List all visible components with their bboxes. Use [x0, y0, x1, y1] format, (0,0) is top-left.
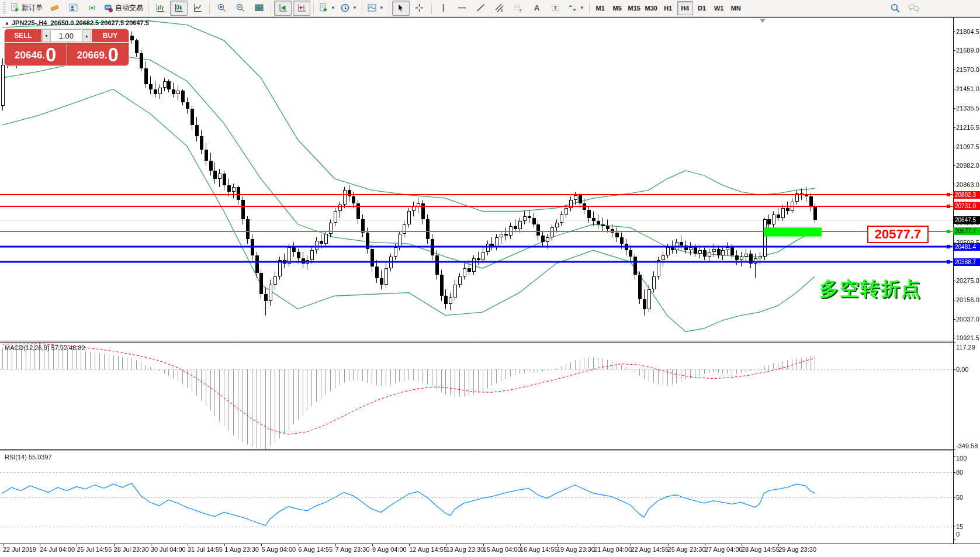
- time-label: 13 Aug 23:30: [446, 546, 484, 553]
- time-label: 25 Jul 14:55: [77, 546, 112, 553]
- price-tick-label: 21451.0: [956, 85, 979, 92]
- sell-price-big-digit: 0: [46, 45, 56, 64]
- time-label: 28 Jul 23:30: [114, 546, 149, 553]
- sell-price-button[interactable]: 20646. 0: [5, 43, 67, 65]
- time-label: 22 Aug 14:55: [631, 546, 669, 553]
- volume-increase-button[interactable]: ▲: [82, 29, 91, 42]
- macd-indicator-label: MACD(12,26,9) 57.92 48.82: [5, 344, 85, 351]
- rsi-tick-label: 80: [956, 469, 963, 476]
- time-label: 27 Aug 04:00: [705, 546, 743, 553]
- line-price-label: 20577.7: [953, 227, 980, 235]
- time-label: 5 Aug 04:00: [261, 546, 296, 553]
- time-label: 15 Aug 04:00: [483, 546, 521, 553]
- line-price-label: 20388.7: [953, 258, 980, 266]
- buy-price-button[interactable]: 20669. 0: [67, 43, 129, 65]
- volume-input[interactable]: 1.00: [51, 29, 82, 42]
- macd-tick-label: -349.58: [956, 442, 978, 449]
- time-label: 22 Jul 2019: [3, 546, 36, 553]
- annotation-text[interactable]: 多空转折点: [819, 276, 922, 302]
- sell-price: 20646.: [15, 47, 45, 64]
- current-price-label: 20647.5: [953, 216, 980, 224]
- time-label: 12 Aug 14:55: [409, 546, 447, 553]
- symbol-period: JPN225-,H4: [12, 19, 47, 26]
- price-tick-label: 20982.0: [956, 162, 979, 169]
- price-tick-label: 20156.0: [956, 296, 979, 303]
- chart-shift-marker[interactable]: [760, 19, 766, 23]
- mt4-window: 新订单自动交易▼▼▼EFAT▼M1M5M15M30H1H4D1W1MN ▲JPN…: [0, 0, 980, 557]
- time-label: 25 Aug 23:30: [668, 546, 706, 553]
- price-tick-label: 19921.5: [956, 334, 979, 341]
- rsi-tick-label: 15: [956, 523, 963, 530]
- volume-decrease-button[interactable]: ▼: [42, 29, 51, 42]
- time-label: 19 Aug 23:30: [557, 546, 595, 553]
- price-tick-label: 20037.0: [956, 316, 979, 323]
- line-price-label: 20731.0: [953, 202, 980, 210]
- line-price-label: 20481.4: [953, 243, 980, 251]
- price-tick-label: 21097.5: [956, 143, 979, 150]
- price-tick-label: 21804.5: [956, 28, 979, 35]
- price-tick-label: 20863.0: [956, 181, 979, 188]
- time-label: 16 Aug 14:55: [520, 546, 558, 553]
- time-label: 24 Jul 04:00: [40, 546, 75, 553]
- buy-button[interactable]: BUY: [92, 29, 129, 42]
- time-label: 9 Aug 04:00: [372, 546, 407, 553]
- line-price-label: 20802.3: [953, 191, 980, 199]
- buy-price-big-digit: 0: [108, 45, 119, 64]
- time-label: 1 Aug 23:30: [224, 546, 259, 553]
- direction-up-icon: ▲: [5, 20, 9, 26]
- time-label: 30 Jul 04:00: [151, 546, 186, 553]
- macd-tick-label: 0.00: [956, 366, 968, 373]
- price-tick-label: 21689.0: [956, 47, 979, 54]
- time-label: 6 Aug 14:55: [299, 546, 333, 553]
- one-click-trade-panel: SELL ▼ 1.00 ▲ BUY 20646. 0 20669. 0: [5, 29, 129, 65]
- macd-tick-label: 117.29: [956, 344, 975, 351]
- price-tick-label: 20275.0: [956, 277, 979, 284]
- buy-price: 20669.: [77, 47, 108, 64]
- price-callout-label[interactable]: 20577.7: [867, 226, 929, 243]
- rsi-indicator-label: RSI(14) 55.0397: [5, 454, 52, 461]
- time-label: 21 Aug 04:00: [594, 546, 632, 553]
- rsi-tick-label: 100: [956, 455, 967, 462]
- time-label: 29 Aug 23:30: [778, 546, 816, 553]
- time-label: 28 Aug 14:55: [742, 546, 780, 553]
- ohlc-values: 20650.0 20682.5 20627.5 20647.5: [51, 19, 149, 26]
- rsi-tick-label: 0: [956, 531, 960, 538]
- price-tick-label: 21570.0: [956, 66, 979, 73]
- chart-title: ▲JPN225-,H4 20650.0 20682.5 20627.5 2064…: [5, 19, 149, 26]
- time-label: 31 Jul 14:55: [188, 546, 223, 553]
- price-tick-label: 21216.5: [956, 124, 979, 131]
- price-tick-label: 21335.5: [956, 105, 979, 112]
- rsi-tick-label: 50: [956, 494, 963, 501]
- sell-button[interactable]: SELL: [5, 29, 41, 42]
- time-label: 7 Aug 23:30: [335, 546, 370, 553]
